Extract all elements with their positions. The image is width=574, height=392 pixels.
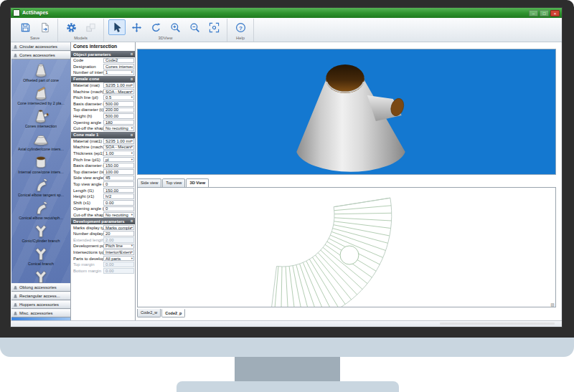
param-field[interactable]: 100.00 (103, 169, 134, 175)
param-value: Cones intersection (105, 64, 133, 69)
view-tabs: Side viewTop view3D View (137, 178, 209, 187)
tab-side-view[interactable]: Side view (137, 178, 161, 187)
app-window: ActShapes – □ × SaveModels3DView?Help Ci… (10, 7, 563, 328)
param-field[interactable]: 500.00 (103, 113, 134, 119)
chevron-down-icon[interactable]: ▾ (131, 213, 133, 217)
zoom-in-button[interactable] (166, 19, 184, 35)
close-button[interactable]: × (550, 10, 560, 16)
help-button[interactable]: ? (232, 19, 249, 35)
sidebar-item-cone-intersected-by-2-pla-[interactable]: Cone intersected by 2 pla... (13, 83, 69, 106)
sidebar-item-axial-cylinder-cone-inters-[interactable]: Axial cylinder/cone inters... (13, 129, 69, 152)
zoom-in-icon (170, 22, 181, 33)
section-header-object-parameters[interactable]: Object parameters¤ (71, 51, 135, 57)
param-field[interactable]: No recutting▾ (103, 212, 134, 218)
chevron-down-icon[interactable]: ▾ (131, 90, 133, 94)
param-field[interactable]: 500.00 (103, 101, 134, 107)
section-header-development-parameters[interactable]: Development parameters¤ (71, 218, 135, 224)
category-rectangular-access-[interactable]: Rectangular access... (11, 292, 70, 300)
param-field[interactable]: 150.00 (103, 188, 134, 193)
save-as-button[interactable] (36, 19, 53, 35)
param-field[interactable]: Cones intersection (103, 64, 134, 70)
chevron-down-icon[interactable]: ▾ (131, 257, 133, 261)
chevron-down-icon[interactable]: ▾ (131, 244, 133, 248)
param-field[interactable]: 200.00 (103, 107, 134, 113)
param-field[interactable]: All parts▾ (103, 256, 134, 262)
sidebar-item-conical-branch-2[interactable]: Conical branch 2 (13, 267, 69, 283)
category-misc-accessories[interactable]: Misc. accessories (11, 309, 70, 317)
param-field[interactable]: 0 (103, 181, 134, 187)
sidebar-item-offseted-part-of-cone[interactable]: Offseted part of cone (13, 60, 69, 83)
param-field[interactable]: 150.00 (103, 163, 134, 168)
param-field[interactable]: 0 (103, 206, 134, 212)
section-pin-icon[interactable]: ¤ (131, 51, 133, 57)
sidebar-item-conical-branch[interactable]: Conical branch (13, 244, 69, 267)
view3d-canvas[interactable] (137, 49, 556, 175)
chevron-down-icon[interactable]: ▾ (131, 145, 133, 149)
param-field[interactable]: S235 1.00 mm▾ (103, 82, 134, 88)
param-field[interactable]: 20 (103, 231, 134, 236)
chevron-down-icon[interactable]: ▾ (131, 83, 133, 87)
zoom-fit-button[interactable] (205, 19, 222, 35)
param-field[interactable]: 180 (103, 120, 134, 125)
category-circular-accessories[interactable]: Circular accessories (11, 42, 70, 51)
param-field[interactable]: pl▾ (103, 157, 134, 163)
param-field[interactable]: 1.00▾ (103, 150, 134, 156)
settings-button[interactable] (62, 19, 80, 35)
doc-tab-code2_w[interactable]: Code2_w (137, 309, 161, 317)
minimize-button[interactable]: – (529, 10, 538, 16)
tab-3d-view[interactable]: 3D View (186, 178, 209, 187)
param-field[interactable]: No recutting▾ (103, 125, 134, 131)
chevron-down-icon[interactable]: ▾ (131, 95, 133, 100)
chevron-down-icon[interactable]: ▾ (131, 250, 133, 254)
section-pin-icon[interactable]: ¤ (131, 132, 133, 138)
chevron-down-icon[interactable]: ▾ (131, 70, 133, 75)
param-field[interactable]: SOA - Mecanumeric (2▾ (103, 89, 134, 95)
param-value: pl (105, 158, 131, 162)
category-hoppers-accessories[interactable]: Hoppers accessories (11, 300, 70, 309)
chevron-down-icon[interactable]: ▾ (131, 139, 133, 143)
param-field[interactable]: h/2 (103, 193, 134, 199)
sidebar-item-internal-cone-cone-inters-[interactable]: Internal cone/cone inters... (13, 152, 69, 175)
param-label: Development position (73, 244, 103, 248)
section-header-cone-male-1[interactable]: Cone male 1¤ (71, 132, 135, 138)
pan-button[interactable] (128, 19, 145, 35)
param-field[interactable]: Pitch line▾ (103, 244, 134, 249)
resize-corner-icon[interactable]: ▨ (550, 302, 555, 307)
param-value: 180 (105, 120, 133, 125)
param-field[interactable]: 0.00 (103, 200, 134, 206)
development-view[interactable]: ▨ (137, 187, 556, 307)
doc-tab-code2_p[interactable]: Code2_p (161, 309, 185, 317)
models-button[interactable] (82, 19, 99, 35)
cat-shape-icon (13, 294, 18, 299)
save-button[interactable] (17, 19, 34, 35)
param-field[interactable]: 45 (103, 176, 134, 181)
section-pin-icon[interactable]: ¤ (131, 76, 133, 82)
chevron-down-icon[interactable]: ▾ (131, 151, 133, 156)
param-field[interactable]: SOA - Mecanumeric (2▾ (103, 145, 134, 150)
param-field[interactable]: Interior/Exterior▾ (103, 249, 134, 255)
chevron-down-icon[interactable]: ▾ (131, 226, 133, 230)
section-pin-icon[interactable]: ¤ (131, 218, 133, 224)
param-field[interactable]: Marks complete▾ (103, 225, 134, 231)
rotate-button[interactable] (147, 19, 164, 35)
category-oblong-accessories[interactable]: Oblong accessories (11, 283, 70, 292)
param-field[interactable]: Code2 (103, 58, 134, 64)
zoom-out-button[interactable] (186, 19, 203, 35)
sidebar-item-conical-elbow-tangent-sp-[interactable]: Conical elbow tangent sp... (13, 175, 69, 198)
select-button[interactable] (108, 19, 126, 35)
sidebar-item-conical-elbow-recut-sph-[interactable]: Conical elbow recut/sph... (13, 198, 69, 221)
section-header-female-cone[interactable]: Female cone¤ (71, 76, 135, 82)
sidebar-item-cones-intersection[interactable]: Cones intersection (13, 106, 69, 129)
param-field[interactable]: 1▾ (103, 70, 134, 76)
tab-top-view[interactable]: Top view (162, 178, 185, 187)
maximize-button[interactable]: □ (540, 10, 549, 16)
chevron-down-icon[interactable]: ▾ (131, 126, 133, 130)
sidebar-item-list: Offseted part of coneCone intersected by… (11, 59, 70, 283)
rotate-icon (151, 22, 161, 33)
sidebar-item-conic-cylinder-branch[interactable]: Conic/Cylinder branch (13, 221, 69, 244)
param-field[interactable]: S235 1.00 mm▾ (103, 138, 134, 144)
cat-shape-icon (13, 53, 18, 58)
category-cones-accessories[interactable]: Cones accessories (11, 51, 70, 59)
param-field[interactable]: 0.5▾ (103, 95, 134, 100)
chevron-down-icon[interactable]: ▾ (131, 158, 133, 162)
